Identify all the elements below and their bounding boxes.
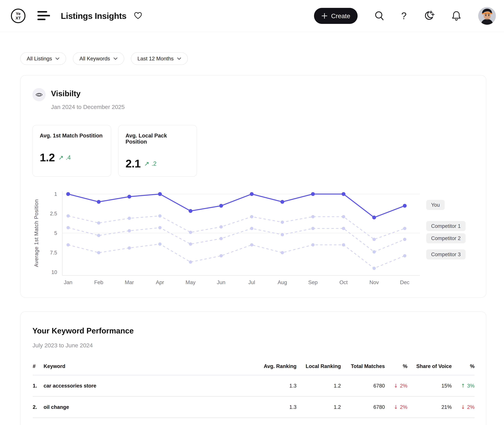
search-icon [375, 11, 384, 21]
row-sov-change: ↑ 3% [452, 383, 475, 389]
keyword-performance-card: Your Keyword Performance July 2023 to Ju… [20, 312, 486, 425]
eye-icon [36, 92, 43, 97]
svg-text:5: 5 [54, 230, 57, 236]
svg-text:Mar: Mar [125, 279, 134, 285]
col-avg-ranking[interactable]: Avg. Ranking [242, 363, 297, 369]
trend-up-icon: ↗ [58, 154, 64, 161]
plus-icon [321, 13, 328, 19]
svg-text:10: 10 [51, 269, 57, 275]
page-title: Listings Insights [61, 11, 126, 21]
change-arrow-icon: ↑ [461, 383, 465, 389]
chevron-down-icon [113, 57, 118, 60]
svg-text:1: 1 [54, 191, 57, 197]
legend-you[interactable]: You [426, 200, 445, 210]
col-share-of-voice[interactable]: Share of Voice [407, 363, 452, 369]
col-sov-change: % [452, 363, 475, 369]
yext-logo[interactable]: Ye XT [11, 8, 26, 23]
avatar-illustration [478, 7, 496, 25]
visibility-chart-svg: 12.557.510JanFebMarAprMayJunJulAugSepOct… [20, 187, 487, 295]
col-total-matches[interactable]: Total Matches [341, 363, 385, 369]
filter-all-keywords[interactable]: All Keywords [73, 52, 124, 65]
visibility-card: Visibilty Jan 2024 to December 2025 Avg.… [20, 75, 486, 298]
yext-logo-icon: Ye XT [11, 8, 26, 23]
keyword-table-header: # Keyword Avg. Ranking Local Ranking Tot… [33, 358, 475, 375]
change-arrow-icon: ↓ [461, 404, 465, 410]
topbar-actions: Create ? [314, 7, 496, 25]
legend-competitor-3[interactable]: Competitor 3 [426, 249, 466, 259]
row-share-of-voice: 15% [407, 383, 452, 389]
svg-text:Jun: Jun [217, 279, 225, 285]
svg-text:Sep: Sep [308, 279, 318, 285]
table-row[interactable]: 3. auto repair 1.3 1.2 4500 ↑ 2% 24% ↑ 2… [33, 418, 475, 425]
question-mark-icon: ? [401, 10, 407, 21]
svg-text:Jul: Jul [248, 279, 255, 285]
svg-text:Aug: Aug [278, 279, 287, 285]
svg-text:7.5: 7.5 [50, 250, 57, 256]
user-avatar[interactable] [478, 7, 496, 25]
trend-delta: .4 [66, 154, 71, 161]
svg-text:Ye: Ye [16, 11, 20, 16]
filter-label: All Listings [27, 56, 52, 62]
table-row[interactable]: 1. car accessories store 1.3 1.2 6780 ↓ … [33, 375, 475, 396]
row-rank: 1. [33, 383, 44, 389]
row-matches-change: ↓ 2% [385, 383, 407, 389]
col-keyword: Keyword [44, 363, 242, 369]
row-share-of-voice: 21% [407, 404, 452, 410]
svg-text:May: May [186, 279, 196, 285]
notifications-button[interactable] [452, 11, 461, 21]
metric-card-local-pack: Avg. Local Pack Position 2.1 ↗ .2 [118, 125, 197, 177]
change-value: 2% [400, 404, 407, 410]
svg-text:Dec: Dec [400, 279, 409, 285]
filter-label: Last 12 Months [138, 56, 174, 62]
keyword-table: # Keyword Avg. Ranking Local Ranking Tot… [33, 358, 475, 425]
change-arrow-icon: ↓ [394, 404, 398, 410]
change-value: 3% [467, 383, 475, 389]
svg-text:Oct: Oct [339, 279, 348, 285]
metric-value: 1.2 [40, 151, 55, 164]
chevron-down-icon [55, 57, 60, 60]
svg-text:Feb: Feb [94, 279, 103, 285]
svg-text:Nov: Nov [369, 279, 379, 285]
create-button[interactable]: Create [314, 8, 358, 24]
legend-competitor-2[interactable]: Competitor 2 [426, 233, 466, 243]
row-avg-ranking: 1.3 [242, 383, 297, 389]
svg-text:Apr: Apr [156, 279, 164, 285]
svg-text:Jan: Jan [64, 279, 73, 285]
keyword-performance-title: Your Keyword Performance [33, 326, 134, 335]
row-rank: 2. [33, 404, 44, 410]
row-sov-change: ↓ 2% [452, 404, 475, 410]
top-navigation-bar: Ye XT Listings Insights Create [0, 0, 504, 32]
row-total-matches: 6780 [341, 383, 385, 389]
change-value: 2% [467, 404, 475, 410]
favorite-heart-icon[interactable] [134, 12, 142, 20]
legend-competitor-1[interactable]: Competitor 1 [426, 221, 466, 231]
bell-icon [452, 11, 461, 21]
help-button[interactable]: ? [401, 10, 407, 21]
col-matches-change: % [385, 363, 407, 369]
row-local-ranking: 1.2 [297, 404, 341, 410]
svg-text:2.5: 2.5 [50, 211, 57, 216]
moon-sparkle-icon [424, 11, 435, 21]
svg-text:Average 1st Match Position: Average 1st Match Position [33, 199, 39, 267]
visibility-chart: 12.557.510JanFebMarAprMayJunJulAugSepOct… [20, 187, 487, 295]
filter-date-range[interactable]: Last 12 Months [131, 52, 188, 65]
change-value: 2% [400, 383, 407, 389]
row-matches-change: ↓ 2% [385, 404, 407, 410]
keyword-performance-date-range: July 2023 to June 2024 [33, 342, 93, 349]
metric-card-first-match: Avg. 1st Match Postition 1.2 ↗ .4 [33, 125, 111, 177]
metric-trend: ↗ .4 [58, 154, 71, 161]
filter-all-listings[interactable]: All Listings [20, 52, 66, 65]
col-local-ranking[interactable]: Local Ranking [297, 363, 341, 369]
table-row[interactable]: 2. oil change 1.3 1.2 6780 ↓ 2% 21% ↓ 2% [33, 397, 475, 417]
visibility-title: Visibilty [51, 89, 81, 98]
col-rank: # [33, 363, 44, 369]
menu-icon[interactable] [37, 11, 50, 21]
search-button[interactable] [375, 11, 384, 21]
row-avg-ranking: 1.3 [242, 404, 297, 410]
filter-label: All Keywords [80, 56, 110, 62]
dark-mode-button[interactable] [424, 11, 435, 21]
chevron-down-icon [177, 57, 181, 60]
row-local-ranking: 1.2 [297, 383, 341, 389]
change-arrow-icon: ↓ [394, 383, 398, 389]
metric-value: 2.1 [126, 157, 141, 170]
